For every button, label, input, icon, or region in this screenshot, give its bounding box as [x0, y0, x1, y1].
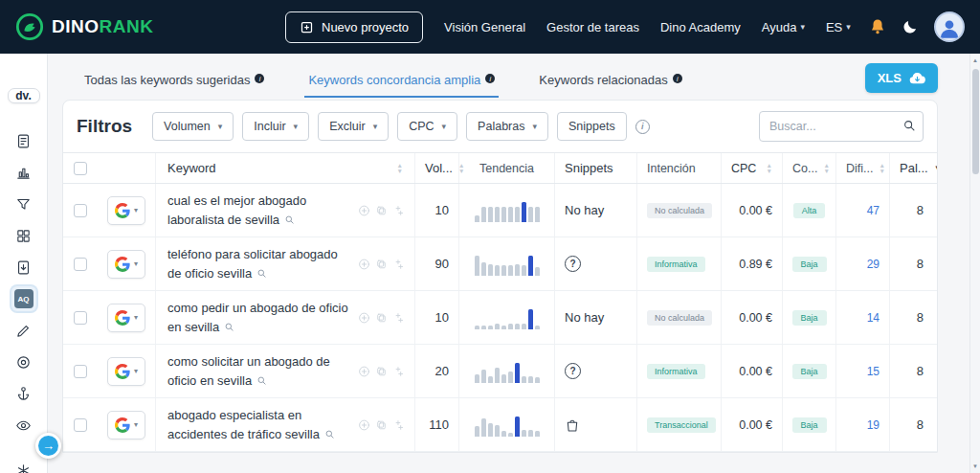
filter-incluir-dropdown[interactable]: Incluir▾	[242, 112, 309, 141]
col-label: Vol...	[425, 161, 453, 175]
info-icon[interactable]: i	[255, 74, 264, 83]
sidebar-item-settings[interactable]	[11, 458, 36, 473]
difficulty-link[interactable]: 14	[867, 311, 880, 325]
add-keyword-icon[interactable]	[358, 418, 370, 431]
keyword-text[interactable]: como solicitar un abogado de oficio en s…	[167, 354, 330, 388]
sidebar-item-modules[interactable]	[11, 223, 36, 248]
row-checkbox[interactable]	[74, 418, 87, 432]
difficulty-link[interactable]: 15	[867, 365, 880, 378]
keyword-text[interactable]: abogado especialista en accidentes de tr…	[167, 408, 320, 441]
tab-keywords-relacionadas[interactable]: Keywords relacionadas i	[535, 67, 685, 96]
add-keyword-icon[interactable]	[358, 258, 370, 270]
copy-icon[interactable]	[375, 258, 388, 270]
filter-volumen-dropdown[interactable]: Volumen▾	[152, 112, 234, 141]
keyword-search-icon[interactable]	[284, 214, 295, 225]
sort-icon[interactable]: ▲▼	[767, 163, 772, 173]
user-avatar[interactable]	[934, 11, 965, 42]
header-logo-cell	[98, 153, 155, 183]
google-engine-selector[interactable]: ▾	[107, 196, 145, 225]
google-engine-selector[interactable]: ▾	[107, 411, 145, 439]
row-checkbox[interactable]	[74, 258, 87, 271]
add-keyword-icon[interactable]	[358, 204, 370, 216]
row-checkbox[interactable]	[74, 204, 87, 217]
row-checkbox[interactable]	[74, 311, 87, 325]
copy-icon[interactable]	[375, 204, 388, 216]
sidebar-item-target[interactable]	[11, 349, 36, 374]
scroll-down-arrow-icon[interactable]: ▼	[970, 463, 980, 469]
nav-gestor-tareas[interactable]: Gestor de tareas	[546, 20, 639, 34]
add-keyword-icon[interactable]	[358, 365, 370, 377]
copy-icon[interactable]	[375, 365, 388, 377]
keyword-text[interactable]: como pedir un abogado de oficio en sevil…	[167, 301, 348, 334]
volume-value: 110	[414, 398, 458, 451]
sidebar-item-pdf-export[interactable]	[11, 255, 36, 280]
google-g-icon	[115, 203, 130, 218]
keyword-search-icon[interactable]	[324, 429, 335, 439]
send-to-project-icon[interactable]	[392, 258, 405, 270]
sidebar-item-reports[interactable]	[11, 128, 36, 153]
sidebar-item-anchor-text[interactable]	[11, 381, 36, 406]
scroll-up-arrow-icon[interactable]: ▲	[970, 57, 980, 63]
send-to-project-icon[interactable]	[392, 204, 405, 216]
nav-ayuda[interactable]: Ayuda▾	[762, 20, 805, 34]
notifications-bell-icon[interactable]	[869, 18, 886, 35]
google-engine-selector[interactable]: ▾	[107, 357, 145, 386]
keyword-search-icon[interactable]	[256, 268, 267, 279]
sort-desc-icon[interactable]: ▼	[934, 164, 938, 172]
info-icon[interactable]: i	[673, 74, 682, 83]
new-project-button[interactable]: Nuevo proyecto	[285, 11, 423, 43]
sidebar-expand-button[interactable]: →	[35, 433, 61, 459]
filter-excluir-dropdown[interactable]: Excluir▾	[318, 112, 389, 141]
info-icon[interactable]: i	[635, 120, 650, 134]
sidebar-item-visibility[interactable]	[11, 413, 36, 438]
nav-language-selector[interactable]: ES▾	[826, 20, 851, 34]
col-header-palabras[interactable]: Pal...▼	[889, 153, 937, 183]
tab-concordancia-amplia[interactable]: Keywords concordancia amplia i	[304, 67, 499, 98]
add-keyword-icon[interactable]	[358, 311, 370, 324]
sort-icon[interactable]: ▲▼	[397, 163, 403, 173]
dark-mode-moon-icon[interactable]	[902, 18, 919, 35]
bar-chart-icon	[15, 165, 32, 181]
keyword-search-icon[interactable]	[224, 322, 234, 332]
scrollbar-thumb[interactable]	[972, 69, 979, 174]
col-header-volumen[interactable]: Vol...▲▼	[414, 153, 458, 183]
filter-snippets-button[interactable]: Snippets	[557, 112, 627, 141]
col-header-competencia[interactable]: Co...▲▼	[782, 153, 835, 183]
export-xls-button[interactable]: XLS	[865, 63, 938, 93]
sidebar-item-keyword-research[interactable]: AQ	[11, 286, 36, 311]
sidebar-item-editor[interactable]	[11, 318, 36, 343]
send-to-project-icon[interactable]	[392, 418, 405, 431]
sort-icon[interactable]: ▲▼	[823, 163, 829, 173]
col-header-dificultad[interactable]: Difi...▲▼	[835, 153, 889, 183]
col-header-cpc[interactable]: CPC▲▼	[721, 153, 782, 183]
nav-dino-academy[interactable]: Dino Academy	[660, 20, 741, 34]
col-label: Intención	[647, 162, 696, 175]
select-all-checkbox[interactable]	[74, 162, 87, 175]
copy-icon[interactable]	[375, 311, 388, 324]
search-input[interactable]	[759, 111, 924, 142]
sort-icon[interactable]: ▲▼	[879, 163, 884, 173]
filter-palabras-dropdown[interactable]: Palabras▾	[466, 112, 548, 141]
send-to-project-icon[interactable]	[392, 311, 405, 324]
row-checkbox[interactable]	[74, 365, 87, 378]
anchor-icon	[15, 386, 32, 402]
search-icon[interactable]	[902, 119, 916, 136]
vertical-scrollbar[interactable]: ▲ ▼	[969, 54, 980, 473]
sidebar-item-analytics[interactable]	[11, 160, 36, 185]
difficulty-link[interactable]: 19	[867, 418, 880, 432]
copy-icon[interactable]	[375, 418, 388, 431]
filter-cpc-dropdown[interactable]: CPC▾	[397, 112, 457, 141]
difficulty-link[interactable]: 47	[867, 204, 880, 217]
sidebar-item-filter[interactable]	[11, 191, 36, 216]
info-icon[interactable]: i	[485, 74, 495, 83]
col-header-keyword[interactable]: Keyword▲▼	[155, 153, 414, 183]
nav-vision-general[interactable]: Visión General	[444, 20, 525, 34]
sidebar-dinobrain-logo[interactable]: dv.	[8, 88, 40, 103]
google-engine-selector[interactable]: ▾	[107, 304, 145, 332]
google-engine-selector[interactable]: ▾	[107, 250, 145, 279]
send-to-project-icon[interactable]	[392, 365, 405, 377]
difficulty-link[interactable]: 29	[867, 258, 880, 271]
tab-todas-las-keywords[interactable]: Todas las keywords sugeridas i	[80, 67, 268, 96]
keyword-search-icon[interactable]	[256, 375, 267, 386]
keyword-text[interactable]: teléfono para solicitar abogado de ofici…	[167, 247, 338, 281]
